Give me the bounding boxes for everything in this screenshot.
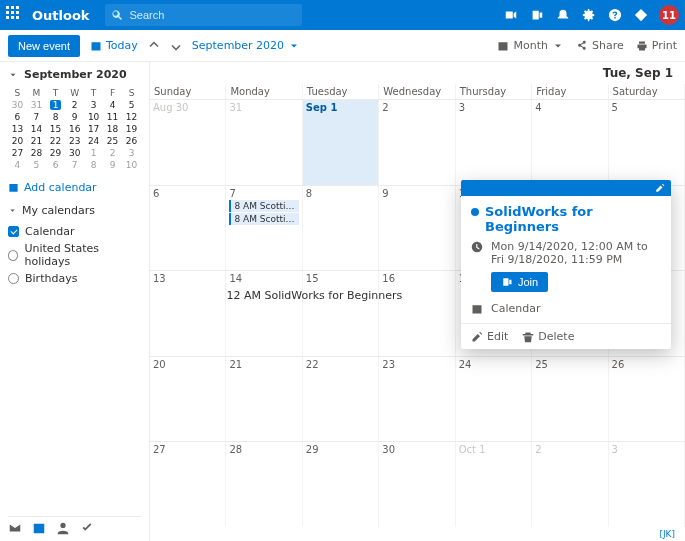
checkbox[interactable] — [8, 273, 19, 284]
mini-day[interactable]: 13 — [8, 123, 27, 135]
calendar-item[interactable]: Birthdays — [8, 270, 141, 287]
mini-day[interactable]: 2 — [103, 147, 122, 159]
prev-month-button[interactable] — [148, 40, 160, 52]
day-cell[interactable]: 20 — [150, 357, 226, 442]
notifications-icon[interactable] — [555, 7, 571, 23]
day-cell[interactable]: 4 — [532, 100, 608, 185]
mini-day[interactable]: 21 — [27, 135, 46, 147]
today-button[interactable]: Today — [90, 39, 138, 52]
day-cell[interactable]: 78 AM Scottish Lege8 AM Scottish Lege — [226, 186, 302, 271]
day-cell[interactable]: 3 — [456, 100, 532, 185]
mini-day[interactable]: 7 — [65, 159, 84, 171]
mini-day[interactable]: 8 — [46, 111, 65, 123]
edit-button[interactable]: Edit — [471, 330, 508, 343]
day-cell[interactable]: 30 — [379, 442, 455, 527]
checkbox[interactable] — [8, 226, 19, 237]
print-button[interactable]: Print — [636, 39, 677, 52]
mini-day[interactable]: 29 — [46, 147, 65, 159]
mini-day[interactable]: 7 — [27, 111, 46, 123]
mini-day[interactable]: 15 — [46, 123, 65, 135]
day-cell[interactable]: 5 — [609, 100, 685, 185]
checkbox[interactable] — [8, 250, 18, 261]
month-picker[interactable]: September 2020 — [192, 39, 300, 52]
day-cell[interactable]: 13 — [150, 271, 226, 356]
event-chip[interactable]: 8 AM Scottish Lege — [229, 213, 298, 225]
avatar[interactable]: 11 — [659, 5, 679, 25]
mini-day[interactable]: 6 — [46, 159, 65, 171]
mini-day[interactable]: 9 — [103, 159, 122, 171]
event-chip[interactable]: 8 AM Scottish Lege — [229, 200, 298, 212]
mini-day[interactable]: 9 — [65, 111, 84, 123]
day-cell[interactable]: 28 — [226, 442, 302, 527]
mini-day[interactable]: 27 — [8, 147, 27, 159]
day-cell[interactable]: 31 — [226, 100, 302, 185]
mini-day[interactable]: 31 — [27, 99, 46, 111]
app-launcher-icon[interactable] — [6, 6, 24, 24]
mini-day[interactable]: 5 — [122, 99, 141, 111]
delete-button[interactable]: Delete — [522, 330, 574, 343]
mini-day[interactable]: 8 — [84, 159, 103, 171]
day-cell[interactable]: 22 — [303, 357, 379, 442]
help-icon[interactable] — [607, 7, 623, 23]
join-button[interactable]: Join — [491, 272, 548, 292]
mini-day[interactable]: 10 — [122, 159, 141, 171]
day-cell[interactable]: 29 — [303, 442, 379, 527]
mini-day[interactable]: 12 — [122, 111, 141, 123]
mini-day[interactable]: 4 — [103, 99, 122, 111]
day-cell[interactable]: 24 — [456, 357, 532, 442]
calendar-item[interactable]: United States holidays — [8, 240, 141, 270]
mini-day[interactable]: 5 — [27, 159, 46, 171]
search-input[interactable] — [129, 9, 296, 21]
calendar-module-icon[interactable] — [32, 521, 46, 535]
mini-day[interactable]: 3 — [122, 147, 141, 159]
day-cell[interactable]: 2 — [532, 442, 608, 527]
todo-module-icon[interactable] — [80, 521, 94, 535]
edit-icon[interactable] — [655, 183, 665, 193]
day-cell[interactable]: 9 — [379, 186, 455, 271]
day-cell[interactable]: 6 — [150, 186, 226, 271]
mini-day[interactable]: 3 — [84, 99, 103, 111]
mini-day[interactable]: 26 — [122, 135, 141, 147]
mini-day[interactable]: 11 — [103, 111, 122, 123]
mini-day[interactable]: 2 — [65, 99, 84, 111]
my-calendars-header[interactable]: My calendars — [8, 204, 141, 217]
mini-day[interactable]: 17 — [84, 123, 103, 135]
settings-icon[interactable] — [581, 7, 597, 23]
day-cell[interactable]: 14 — [226, 271, 302, 356]
calendar-item[interactable]: Calendar — [8, 223, 141, 240]
mini-day[interactable]: 1 — [46, 99, 65, 111]
mini-day[interactable]: 18 — [103, 123, 122, 135]
mini-day[interactable]: 30 — [65, 147, 84, 159]
meet-now-icon[interactable] — [503, 7, 519, 23]
next-month-button[interactable] — [170, 40, 182, 52]
day-cell[interactable]: 2 — [379, 100, 455, 185]
day-cell[interactable]: Sep 1 — [303, 100, 379, 185]
day-cell[interactable]: 16 — [379, 271, 455, 356]
day-cell[interactable]: Oct 1 — [456, 442, 532, 527]
day-cell[interactable]: 15 — [303, 271, 379, 356]
mini-day[interactable]: 30 — [8, 99, 27, 111]
teams-icon[interactable] — [529, 7, 545, 23]
search-box[interactable] — [105, 4, 302, 26]
mini-cal-header[interactable]: September 2020 — [8, 68, 141, 81]
mini-day[interactable]: 23 — [65, 135, 84, 147]
add-calendar-button[interactable]: Add calendar — [8, 181, 141, 194]
share-button[interactable]: Share — [576, 39, 624, 52]
day-cell[interactable]: 21 — [226, 357, 302, 442]
day-cell[interactable]: 23 — [379, 357, 455, 442]
mini-day[interactable]: 28 — [27, 147, 46, 159]
day-cell[interactable]: 27 — [150, 442, 226, 527]
mail-module-icon[interactable] — [8, 521, 22, 535]
mini-day[interactable]: 4 — [8, 159, 27, 171]
view-picker[interactable]: Month — [497, 39, 563, 52]
mini-day[interactable]: 20 — [8, 135, 27, 147]
mini-day[interactable]: 22 — [46, 135, 65, 147]
day-cell[interactable]: 3 — [609, 442, 685, 527]
mini-day[interactable]: 10 — [84, 111, 103, 123]
mini-day[interactable]: 24 — [84, 135, 103, 147]
people-module-icon[interactable] — [56, 521, 70, 535]
diamond-icon[interactable] — [633, 7, 649, 23]
mini-day[interactable]: 16 — [65, 123, 84, 135]
new-event-button[interactable]: New event — [8, 35, 80, 57]
mini-day[interactable]: 25 — [103, 135, 122, 147]
